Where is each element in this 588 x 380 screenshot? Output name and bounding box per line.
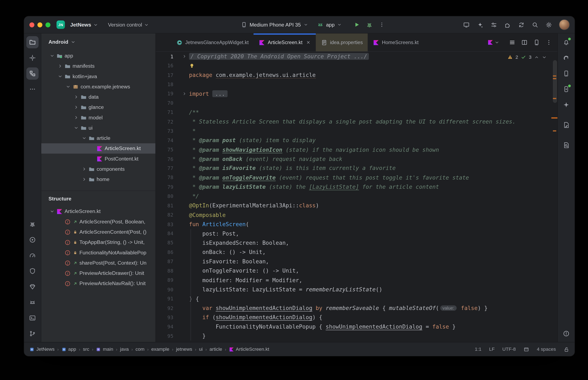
code-editor[interactable]: 1/ Copyright 2020 The Android Open Sourc… [156,52,557,342]
code-line[interactable]: 85 isExpandedScreen: Boolean, [156,238,557,247]
chevron-right-icon[interactable] [73,94,80,100]
profiler-tool-icon[interactable] [26,249,39,262]
code-line[interactable]: 89 modifier: Modifier = Modifier, [156,275,557,285]
project-widget[interactable]: JetNews [68,20,101,29]
gemini-tool-icon[interactable] [560,99,572,111]
code-line[interactable]: 86 onBack: () -> Unit, [156,247,557,257]
project-tree-item[interactable]: ui [41,123,156,133]
app-insights-tool-icon[interactable] [26,218,39,230]
project-tree-item[interactable]: PostContent.kt [41,154,156,164]
editor-more-icon[interactable] [546,39,552,46]
breadcrumb-item[interactable]: ui [199,346,203,352]
code-line[interactable]: 73 * [156,126,557,136]
project-tree-item[interactable]: ArticleScreen.kt [41,143,156,154]
code-line[interactable]: 72 * Stateless Article Screen that displ… [156,117,557,126]
error-stripe-mark[interactable] [553,131,556,132]
structure-tree-item[interactable]: fPreviewArticleDrawer(): Unit [41,268,156,278]
code-line[interactable]: 17package com.example.jetnews.ui.article [156,70,557,80]
chevron-down-icon[interactable] [57,73,63,80]
more-run-options-icon[interactable] [379,22,385,28]
breadcrumb-item[interactable]: app [61,346,76,352]
code-line[interactable]: 79 * @param lazyListState (state) the [L… [156,182,557,192]
chevron-down-icon[interactable] [73,125,80,131]
split-view-icon[interactable] [521,39,528,46]
project-tree-item[interactable]: article [41,133,156,143]
chevron-down-icon[interactable] [71,39,76,44]
zoom-window-button[interactable] [45,22,50,27]
editor-tab[interactable]: HomeScreens.kt [368,34,424,51]
more-tool-windows-icon[interactable] [26,83,39,95]
device-manager-tool-icon[interactable] [560,67,572,79]
project-tree-item[interactable]: home [41,174,156,184]
breadcrumb-item[interactable]: JetNews [29,346,55,352]
chevron-down-icon[interactable] [81,135,87,141]
chevron-down-icon[interactable] [65,83,71,90]
code-line[interactable]: 93 if (showUnimplementedActionDialog) { [156,313,557,322]
project-tree-item[interactable]: components [41,164,156,174]
commit-tool-icon[interactable] [26,52,39,64]
version-control-tool-icon[interactable] [26,327,39,340]
code-line[interactable]: 92 var showUnimplementedActionDialog by … [156,304,557,313]
code-line[interactable]: 88 onToggleFavorite: () -> Unit, [156,266,557,275]
run-tool-icon[interactable] [26,234,39,246]
lock-open-icon[interactable] [564,346,569,352]
code-line[interactable]: 81@OptIn(ExperimentalMaterial3Api::class… [156,201,557,210]
hidden-tabs-dropdown[interactable] [487,39,500,46]
editor-tab[interactable]: idea.properties [316,34,368,51]
code-line[interactable]: 78 * @param onToggleFavorite (event) req… [156,173,557,182]
terminal-tool-icon[interactable] [26,312,39,324]
running-devices-tool-icon[interactable] [560,83,572,95]
structure-tree-item[interactable]: fPreviewArticleNavRail(): Unit [41,278,156,289]
code-line[interactable]: 90 lazyListState: LazyListState = rememb… [156,285,557,294]
code-line[interactable]: 87 isFavorite: Boolean, [156,257,557,266]
code-line[interactable]: 71/** [156,108,557,117]
run-button[interactable] [353,21,360,28]
chevron-right-icon[interactable] [73,104,80,111]
breadcrumb-item[interactable]: java [120,346,129,352]
code-line[interactable]: 1/ Copyright 2020 The Android Open Sourc… [156,52,557,61]
chevron-right-icon[interactable] [81,166,87,172]
minimize-window-button[interactable] [38,22,42,27]
code-view-icon[interactable] [509,39,515,46]
inspection-widget[interactable]: 2 3 [507,54,547,60]
breadcrumb-item[interactable]: article [209,346,222,352]
caret-position-widget[interactable]: 1:1 [475,346,482,352]
editor-tab[interactable]: JetnewsGlanceAppWidget.kt [171,34,253,51]
code-line[interactable]: 82@Composable [156,210,557,220]
structure-tree-item[interactable]: fArticleScreen(Post, Boolean, [41,217,156,227]
structure-tree-item[interactable]: fArticleScreenContent(Post, () [41,227,156,237]
error-stripe-current-mark[interactable] [551,117,557,118]
project-tree-item[interactable]: manifests [41,61,156,71]
project-tree-item[interactable]: com.example.jetnews [41,81,156,92]
app-inspection-tool-icon[interactable] [560,119,572,131]
plugins-icon[interactable] [502,19,513,30]
chevron-down-icon[interactable] [49,53,56,59]
breadcrumb-item[interactable]: example [151,346,169,352]
line-separator-widget[interactable]: LF [489,346,495,352]
run-config-selector[interactable]: app [317,22,342,28]
chevron-down-icon[interactable] [49,208,56,215]
layout-inspector-tool-icon[interactable] [560,139,572,151]
breadcrumb-item[interactable]: com [136,346,145,352]
project-tree-item[interactable]: model [41,113,156,123]
code-line[interactable]: 84 post: Post, [156,229,557,238]
editor-tab[interactable]: ArticleScreen.kt [254,34,316,51]
indent-widget[interactable]: 4 spaces [537,346,556,352]
close-window-button[interactable] [29,22,35,27]
design-view-icon[interactable] [533,39,540,46]
intention-bulb-icon[interactable] [189,63,195,69]
project-tree-item[interactable]: glance [41,102,156,113]
code-line[interactable]: 19import ... [156,89,557,98]
code-line[interactable]: 16 [156,61,557,70]
project-tree-item[interactable]: app [41,51,156,61]
build-tool-icon[interactable] [26,281,39,293]
code-line[interactable]: 74 * @param post (state) item to display [156,136,557,145]
code-line[interactable]: 18 [156,80,557,89]
project-tool-icon[interactable] [26,36,39,48]
project-tree-item[interactable]: data [41,92,156,102]
error-stripe-mark[interactable] [553,78,556,79]
editor-scrollbar[interactable] [553,60,557,103]
structure-tool-icon[interactable] [26,67,39,79]
error-stripe-mark[interactable] [553,98,556,99]
fold-indicator-icon[interactable] [173,91,189,96]
